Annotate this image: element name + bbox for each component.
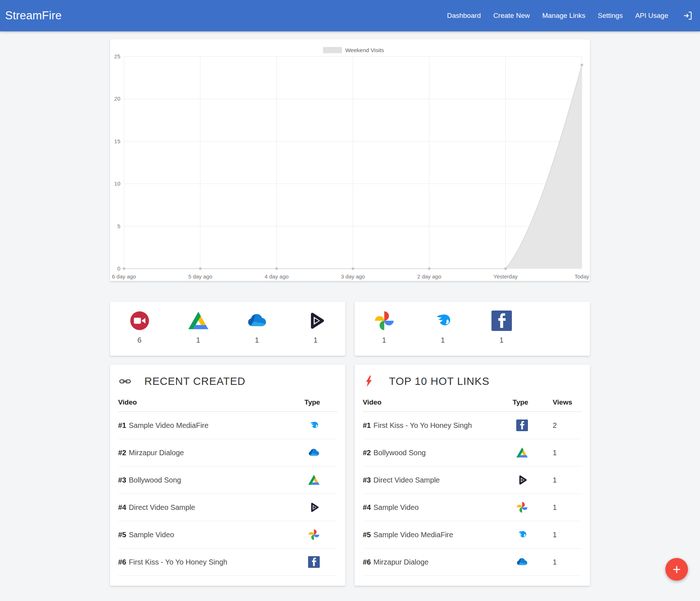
stat-item-google-photos: 1 <box>355 302 413 344</box>
row-rank: #3 <box>363 476 371 484</box>
svg-text:Yesterday: Yesterday <box>494 273 518 280</box>
row-rank: #4 <box>118 503 126 512</box>
google-photos-icon <box>374 311 394 331</box>
stat-count: 1 <box>499 336 503 344</box>
table-header: VideoTypeViews <box>363 398 582 412</box>
row-rank: #6 <box>118 558 126 566</box>
title-icon-slot <box>119 375 131 387</box>
google-photos-icon <box>516 502 528 513</box>
stat-count: 1 <box>382 336 386 344</box>
row-video-title: Mirzapur Dialoge <box>129 449 184 457</box>
table-row[interactable]: #2Mirzapur Dialoge <box>118 439 337 467</box>
nav-item-create-new[interactable]: Create New <box>487 8 536 23</box>
row-type <box>304 556 337 568</box>
row-type <box>304 419 337 431</box>
table-header: VideoType <box>118 398 337 412</box>
video-icon <box>129 311 150 331</box>
table-row[interactable]: #2Bollywood Song1 <box>363 439 582 467</box>
tables-row: RECENT CREATED VideoType #1Sample Video … <box>110 365 590 586</box>
row-type <box>513 529 553 540</box>
table-row[interactable]: #6Mirzapur Dialoge1 <box>363 549 582 576</box>
table-row[interactable]: #5Sample Video <box>118 521 337 549</box>
row-video-title: Sample Video MediaFire <box>373 531 453 539</box>
column-header-type: Type <box>304 398 337 406</box>
facebook-icon <box>491 311 512 331</box>
svg-text:5: 5 <box>117 223 120 229</box>
column-header-video: Video <box>118 398 304 406</box>
stat-item-direct-play: 1 <box>286 302 345 344</box>
row-rank: #2 <box>363 449 371 457</box>
stat-item-onedrive: 1 <box>228 302 286 344</box>
stat-item-video: 6 <box>110 302 169 344</box>
table-row[interactable]: #1First Kiss - Yo Yo Honey Singh2 <box>363 412 582 439</box>
svg-text:4 day ago: 4 day ago <box>265 273 289 280</box>
stat-card-1: 6111 <box>110 302 345 356</box>
google-drive-icon <box>188 311 209 331</box>
table-body: #1Sample Video MediaFire#2Mirzapur Dialo… <box>118 412 337 576</box>
svg-text:6 day ago: 6 day ago <box>112 273 136 280</box>
mediafire-icon <box>516 529 528 540</box>
nav-item-dashboard[interactable]: Dashboard <box>441 8 487 23</box>
row-video-title: Bollywood Song <box>129 476 181 484</box>
stat-item-mediafire: 1 <box>413 302 472 344</box>
row-video-title: Sample Video <box>129 531 174 539</box>
column-header-video: Video <box>363 398 513 406</box>
navbar-menu: DashboardCreate NewManage LinksSettingsA… <box>441 8 674 23</box>
logout-icon <box>682 11 693 21</box>
section-title: RECENT CREATED <box>144 375 245 387</box>
chart-legend: Weekend Visits <box>323 47 384 53</box>
table-row[interactable]: #4Sample Video1 <box>363 494 582 521</box>
recent-created-header: RECENT CREATED <box>118 375 337 387</box>
row-rank: #4 <box>363 503 371 512</box>
nav-item-settings[interactable]: Settings <box>592 8 629 23</box>
row-rank: #2 <box>118 449 126 457</box>
row-type <box>513 502 553 513</box>
row-video-title: First Kiss - Yo Yo Honey Singh <box>129 558 227 566</box>
link-icon <box>119 375 131 387</box>
row-rank: #3 <box>118 476 126 484</box>
row-views: 1 <box>553 449 582 457</box>
weekend-visits-chart: 05101520256 day ago5 day ago4 day ago3 d… <box>110 39 590 280</box>
mediafire-icon <box>308 419 320 431</box>
direct-play-icon <box>306 311 326 331</box>
stat-card-2: 111 <box>355 302 590 356</box>
table-row[interactable]: #3Direct Video Sample1 <box>363 467 582 494</box>
svg-text:15: 15 <box>114 138 120 144</box>
nav-item-manage-links[interactable]: Manage Links <box>536 8 591 23</box>
stat-count: 1 <box>441 336 445 344</box>
logout-button[interactable] <box>682 11 693 21</box>
stat-count: 1 <box>255 336 259 344</box>
google-photos-icon <box>308 529 320 540</box>
row-views: 2 <box>553 421 582 430</box>
stat-cards-row: 6111111 <box>110 302 590 356</box>
nav-item-api-usage[interactable]: API Usage <box>629 8 674 23</box>
column-header-type: Type <box>513 398 553 406</box>
row-video-title: Direct Video Sample <box>129 503 195 512</box>
table-row[interactable]: #4Direct Video Sample <box>118 494 337 521</box>
svg-text:3 day ago: 3 day ago <box>341 273 365 280</box>
row-type <box>513 447 553 458</box>
top-hot-links-card: TOP 10 HOT LINKS VideoTypeViews #1First … <box>355 365 590 586</box>
onedrive-icon <box>247 311 267 331</box>
svg-text:5 day ago: 5 day ago <box>188 273 212 280</box>
table-row[interactable]: #1Sample Video MediaFire <box>118 412 337 439</box>
google-drive-icon <box>516 447 528 458</box>
row-type <box>513 419 553 431</box>
stat-count: 1 <box>314 336 318 344</box>
row-views: 1 <box>553 503 582 512</box>
row-views: 1 <box>553 558 582 566</box>
hot-links-header: TOP 10 HOT LINKS <box>363 375 582 387</box>
row-type <box>304 529 337 540</box>
row-video-title: Mirzapur Dialoge <box>373 558 428 566</box>
onedrive-icon <box>516 556 528 568</box>
stat-count: 1 <box>196 336 200 344</box>
table-row[interactable]: #5Sample Video MediaFire1 <box>363 521 582 549</box>
row-rank: #5 <box>118 531 126 539</box>
row-rank: #6 <box>363 558 371 566</box>
add-new-fab-button[interactable]: + <box>665 558 688 581</box>
table-row[interactable]: #6First Kiss - Yo Yo Honey Singh <box>118 549 337 576</box>
row-video-title: Sample Video <box>373 503 419 512</box>
weekend-visits-chart-card: 05101520256 day ago5 day ago4 day ago3 d… <box>110 39 590 281</box>
table-row[interactable]: #3Bollywood Song <box>118 467 337 494</box>
brand-logo[interactable]: StreamFire <box>0 9 62 22</box>
